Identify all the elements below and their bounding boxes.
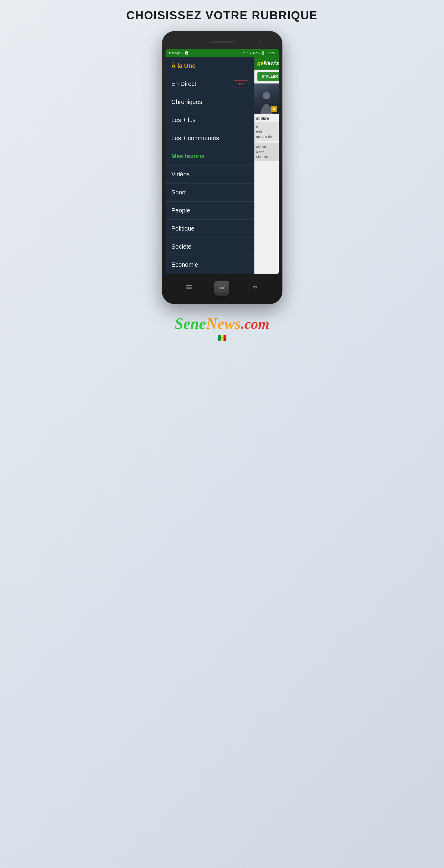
menu-label-sport: Sport — [171, 189, 186, 196]
brand-sene: Sene — [175, 315, 206, 332]
menu-item-societe[interactable]: Société — [165, 238, 254, 256]
article-snippet-1: e érêt mmune de ... — [256, 124, 277, 139]
svg-rect-1 — [186, 285, 192, 286]
status-bar-left: Orange F 🖼 — [169, 51, 188, 55]
article-title-text: st libre — [256, 116, 269, 121]
menu-label-les-plus-commentes: Les + commentés — [171, 135, 219, 142]
menu-item-economie[interactable]: Economie — [165, 256, 254, 274]
phone-camera — [258, 40, 261, 43]
menu-item-politique[interactable]: Politique — [165, 220, 254, 238]
signal-icon: ▲ — [249, 52, 252, 55]
nav-menu-button[interactable] — [185, 283, 193, 293]
svg-rect-5 — [220, 287, 224, 289]
phone-screen: Orange F 🖼 中 □ ▲ 67% 🔋 02:25 À la Une En — [165, 49, 279, 274]
menu-label-videos: Vidéos — [171, 171, 190, 178]
menu-label-politique: Politique — [171, 225, 195, 232]
article-image: 8 — [254, 84, 279, 114]
menu-item-sport[interactable]: Sport — [165, 184, 254, 202]
carrier-label: Orange F — [169, 51, 184, 55]
menu-label-economie: Economie — [171, 261, 198, 268]
phone-top-bar — [165, 36, 279, 47]
time-display: 02:25 — [266, 51, 275, 55]
brand-dot-com: .com — [241, 316, 269, 332]
menu-label-mes-favoris: Mes favoris — [171, 153, 205, 160]
menu-label-people: People — [171, 207, 190, 214]
menu-item-en-direct[interactable]: En Direct LIVE — [165, 75, 254, 93]
logo-part1: ge — [257, 60, 264, 67]
menu-item-les-plus-commentes[interactable]: Les + commentés — [165, 129, 254, 147]
notification-badge: 8 — [271, 106, 277, 112]
phone-nav-bar — [165, 276, 279, 298]
menu-label-les-plus-lus: Les + lus — [171, 117, 196, 124]
brand-flag: 🇸🇳 — [218, 334, 227, 342]
live-badge: LIVE — [233, 81, 248, 87]
menu-label-a-la-une: À la Une — [171, 62, 196, 69]
menu-item-mes-favoris[interactable]: Mes favoris — [165, 147, 254, 165]
menu-item-a-la-une[interactable]: À la Une — [165, 57, 254, 75]
status-bar-right: 中 □ ▲ 67% 🔋 02:25 — [242, 51, 275, 55]
menu-label-societe: Société — [171, 243, 192, 250]
phone-speaker — [210, 41, 234, 43]
menu-label-en-direct: En Direct — [171, 81, 196, 87]
brand-news: News — [206, 315, 241, 332]
nav-back-button[interactable] — [251, 283, 259, 293]
menu-item-les-plus-lus[interactable]: Les + lus — [165, 111, 254, 129]
phone-device: Orange F 🖼 中 □ ▲ 67% 🔋 02:25 À la Une En — [162, 31, 282, 304]
menu-drawer: À la Une En Direct LIVE Chroniques Les +… — [165, 57, 254, 274]
page-title: CHOISISSEZ VOTRE RUBRIQUE — [126, 9, 318, 22]
menu-item-chroniques[interactable]: Chroniques — [165, 93, 254, 111]
nav-home-button[interactable] — [214, 281, 229, 296]
screen-content: À la Une En Direct LIVE Chroniques Les +… — [165, 57, 279, 274]
article-snippet-2: ational a des r le minis... — [256, 144, 277, 159]
menu-item-videos[interactable]: Vidéos — [165, 165, 254, 184]
install-button[interactable]: STALLER — [257, 72, 279, 81]
home-icon — [218, 284, 225, 292]
app-header: ge New's — [254, 57, 279, 70]
wifi-icon: □ — [246, 52, 248, 55]
screen-capture-icon: 🖼 — [185, 51, 188, 55]
battery-icon: 🔋 — [261, 51, 265, 55]
svg-rect-2 — [186, 287, 192, 288]
app-content-panel: ge New's STALLER 8 — [254, 57, 279, 274]
status-bar: Orange F 🖼 中 □ ▲ 67% 🔋 02:25 — [165, 49, 279, 57]
signal-bars-icon: 中 — [242, 51, 245, 55]
back-icon — [251, 283, 259, 291]
article-headline: st libre — [254, 114, 279, 122]
article-snippet-block-2: ational a des r le minis... — [254, 143, 279, 161]
menu-item-people[interactable]: People — [165, 202, 254, 220]
article-snippet-block-1: e érêt mmune de ... — [254, 122, 279, 141]
menu-icon — [185, 283, 193, 291]
menu-label-chroniques: Chroniques — [171, 98, 202, 105]
logo-part2: New's — [264, 60, 279, 67]
battery-level: 67% — [253, 51, 260, 55]
svg-rect-3 — [186, 288, 192, 289]
svg-point-0 — [263, 92, 270, 99]
brand-logo: SeneNews.com — [175, 315, 269, 333]
